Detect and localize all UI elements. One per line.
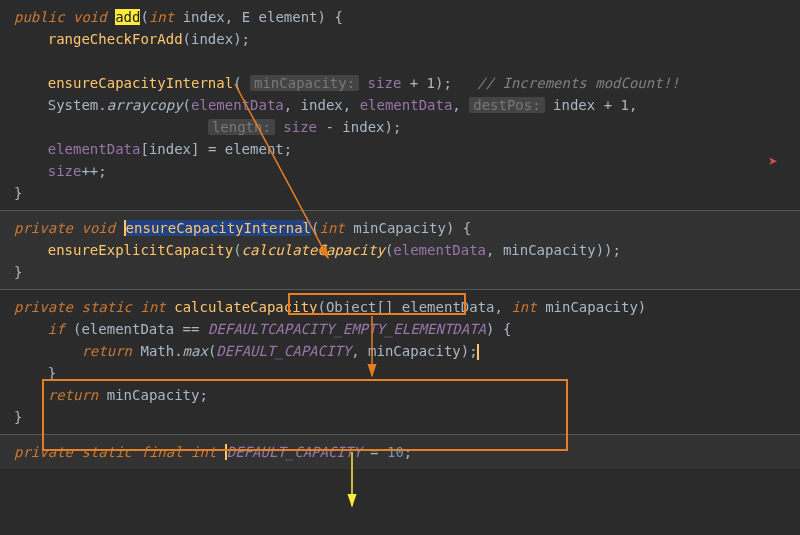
code-line: System.arraycopy(elementData, index, ele… <box>14 94 800 116</box>
code-line: ensureCapacityInternal( minCapacity: siz… <box>14 72 800 94</box>
code-line: ensureExplicitCapacity(calculateCapacity… <box>14 239 800 261</box>
code-line: return minCapacity; <box>14 384 800 406</box>
code-editor-block3[interactable]: private static int calculateCapacity(Obj… <box>0 290 800 434</box>
code-line: } <box>14 406 800 428</box>
code-line: length: size - index); <box>14 116 800 138</box>
code-editor-block4[interactable]: private static final int DEFAULT_CAPACIT… <box>0 435 800 469</box>
code-line: } <box>14 261 800 283</box>
text-cursor <box>477 344 479 360</box>
code-line <box>14 50 800 72</box>
code-line: private void ensureCapacityInternal(int … <box>14 217 800 239</box>
code-line: } <box>14 362 800 384</box>
code-line: elementData[index] = element; <box>14 138 800 160</box>
code-line: public void add(int index, E element) { <box>14 6 800 28</box>
code-line: private static int calculateCapacity(Obj… <box>14 296 800 318</box>
method-ensureCapacityInternal-highlight: ensureCapacityInternal <box>124 220 311 236</box>
code-line: size++; <box>14 160 800 182</box>
const-default-capacity: DEFAULT_CAPACITY <box>225 444 362 460</box>
run-gutter-icon[interactable]: ➤ <box>768 152 778 171</box>
code-line: private static final int DEFAULT_CAPACIT… <box>14 441 800 463</box>
code-editor[interactable]: public void add(int index, E element) { … <box>0 0 800 210</box>
code-line: if (elementData == DEFAULTCAPACITY_EMPTY… <box>14 318 800 340</box>
code-line: } <box>14 182 800 204</box>
method-add-highlight: add <box>115 9 140 25</box>
code-line: return Math.max(DEFAULT_CAPACITY, minCap… <box>14 340 800 362</box>
code-editor-block2[interactable]: private void ensureCapacityInternal(int … <box>0 211 800 289</box>
code-line: rangeCheckForAdd(index); <box>14 28 800 50</box>
